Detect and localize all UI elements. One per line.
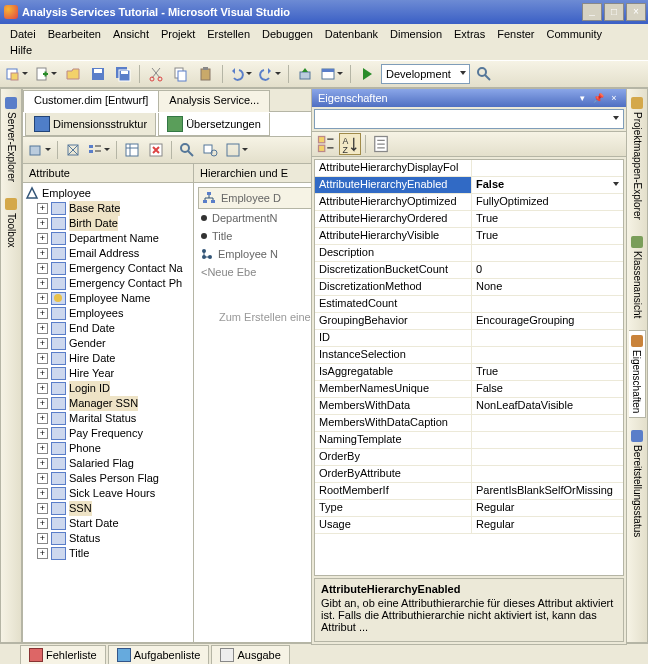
panel-pin-button[interactable]: 📌 <box>592 92 604 104</box>
tab-translations[interactable]: Übersetzungen <box>158 113 270 136</box>
property-value[interactable]: NonLeafDataVisible <box>472 398 623 414</box>
maximize-button[interactable]: □ <box>604 3 624 21</box>
property-value[interactable]: ParentIsBlankSelfOrMissing <box>472 483 623 499</box>
property-row[interactable]: MembersWithDataCaption <box>315 415 623 432</box>
new-project-button[interactable] <box>4 63 30 85</box>
property-value[interactable]: Regular <box>472 500 623 516</box>
attribute-item[interactable]: +Start Date <box>23 516 193 531</box>
property-value[interactable]: False <box>472 177 623 193</box>
cut-button[interactable] <box>145 63 167 85</box>
attribute-item[interactable]: +Sales Person Flag <box>23 471 193 486</box>
find-button[interactable] <box>473 63 495 85</box>
output-tab[interactable]: Ausgabe <box>211 645 289 664</box>
menu-help[interactable]: Hilfe <box>4 42 644 58</box>
property-value[interactable] <box>472 432 623 448</box>
property-value[interactable] <box>472 330 623 346</box>
toolbox-tab[interactable]: Toolbox <box>3 194 19 251</box>
attribute-item[interactable]: +Birth Date <box>23 216 193 231</box>
property-value[interactable] <box>472 466 623 482</box>
expand-icon[interactable]: + <box>37 308 48 319</box>
add-item-button[interactable] <box>33 63 59 85</box>
property-row[interactable]: MemberNamesUniqueFalse <box>315 381 623 398</box>
delete-table-button[interactable] <box>145 139 167 161</box>
panel-dropdown-button[interactable]: ▾ <box>576 92 588 104</box>
close-button[interactable]: × <box>626 3 646 21</box>
copy-button[interactable] <box>170 63 192 85</box>
attributes-tree[interactable]: Employee +Base Rate+Birth Date+Departmen… <box>23 183 193 642</box>
expand-icon[interactable]: + <box>37 368 48 379</box>
save-all-button[interactable] <box>112 63 134 85</box>
open-button[interactable] <box>62 63 84 85</box>
property-row[interactable]: GroupingBehaviorEncourageGrouping <box>315 313 623 330</box>
categorized-button[interactable] <box>315 133 337 155</box>
property-value[interactable] <box>472 160 623 176</box>
attribute-item[interactable]: +Hire Year <box>23 366 193 381</box>
menu-database[interactable]: Datenbank <box>319 26 384 42</box>
attribute-item[interactable]: +Login ID <box>23 381 193 396</box>
property-value[interactable]: EncourageGrouping <box>472 313 623 329</box>
property-row[interactable]: InstanceSelection <box>315 347 623 364</box>
menu-view[interactable]: Ansicht <box>107 26 155 42</box>
expand-icon[interactable]: + <box>37 338 48 349</box>
properties-grid[interactable]: AttributeHierarchyDisplayFolAttributeHie… <box>314 159 624 576</box>
expand-icon[interactable]: + <box>37 428 48 439</box>
attribute-item[interactable]: +Salaried Flag <box>23 456 193 471</box>
property-row[interactable]: Description <box>315 245 623 262</box>
expand-icon[interactable]: + <box>37 548 48 559</box>
attribute-item[interactable]: +Employees <box>23 306 193 321</box>
attribute-item[interactable]: +Pay Frequency <box>23 426 193 441</box>
menu-file[interactable]: Datei <box>4 26 42 42</box>
property-row[interactable]: UsageRegular <box>315 517 623 534</box>
expand-icon[interactable]: + <box>37 473 48 484</box>
error-list-tab[interactable]: Fehlerliste <box>20 645 106 664</box>
property-row[interactable]: MembersWithDataNonLeafDataVisible <box>315 398 623 415</box>
expand-icon[interactable]: + <box>37 383 48 394</box>
property-row[interactable]: ID <box>315 330 623 347</box>
minimize-button[interactable]: _ <box>582 3 602 21</box>
property-value[interactable]: None <box>472 279 623 295</box>
property-value[interactable]: True <box>472 228 623 244</box>
tab-dimension-structure[interactable]: Dimensionsstruktur <box>25 113 156 136</box>
expand-icon[interactable]: + <box>37 233 48 244</box>
process-button[interactable] <box>62 139 84 161</box>
zoom-button[interactable] <box>224 139 250 161</box>
alphabetical-button[interactable]: AZ <box>339 133 361 155</box>
property-row[interactable]: OrderBy <box>315 449 623 466</box>
view-as-button[interactable] <box>86 139 112 161</box>
window-list-button[interactable] <box>319 63 345 85</box>
doc-tab-asproj[interactable]: Analysis Service... <box>158 90 270 112</box>
property-value[interactable] <box>472 245 623 261</box>
expand-icon[interactable]: + <box>37 278 48 289</box>
property-row[interactable]: AttributeHierarchyOptimizedFullyOptimize… <box>315 194 623 211</box>
property-row[interactable]: DiscretizationBucketCount0 <box>315 262 623 279</box>
expand-icon[interactable]: + <box>37 443 48 454</box>
property-value[interactable]: FullyOptimized <box>472 194 623 210</box>
tree-root-employee[interactable]: Employee <box>23 185 193 201</box>
property-row[interactable]: EstimatedCount <box>315 296 623 313</box>
save-button[interactable] <box>87 63 109 85</box>
attribute-item[interactable]: +Hire Date <box>23 351 193 366</box>
attribute-item[interactable]: +Title <box>23 546 193 561</box>
menu-community[interactable]: Community <box>540 26 608 42</box>
expand-icon[interactable]: + <box>37 263 48 274</box>
menu-edit[interactable]: Bearbeiten <box>42 26 107 42</box>
menu-dimension[interactable]: Dimension <box>384 26 448 42</box>
server-explorer-tab[interactable]: Server-Explorer <box>3 93 19 186</box>
attribute-item[interactable]: +Phone <box>23 441 193 456</box>
start-debug-button[interactable] <box>356 63 378 85</box>
menu-build[interactable]: Erstellen <box>201 26 256 42</box>
property-row[interactable]: NamingTemplate <box>315 432 623 449</box>
attribute-item[interactable]: +Manager SSN <box>23 396 193 411</box>
property-row[interactable]: DiscretizationMethodNone <box>315 279 623 296</box>
properties-tab[interactable]: Eigenschaften <box>629 330 646 418</box>
expand-icon[interactable]: + <box>37 503 48 514</box>
expand-icon[interactable]: + <box>37 533 48 544</box>
property-row[interactable]: OrderByAttribute <box>315 466 623 483</box>
attribute-item[interactable]: +Gender <box>23 336 193 351</box>
expand-icon[interactable]: + <box>37 458 48 469</box>
find-table-button[interactable] <box>200 139 222 161</box>
expand-icon[interactable]: + <box>37 518 48 529</box>
expand-icon[interactable]: + <box>37 413 48 424</box>
add-bi-button[interactable] <box>27 139 53 161</box>
property-row[interactable]: AttributeHierarchyDisplayFol <box>315 160 623 177</box>
